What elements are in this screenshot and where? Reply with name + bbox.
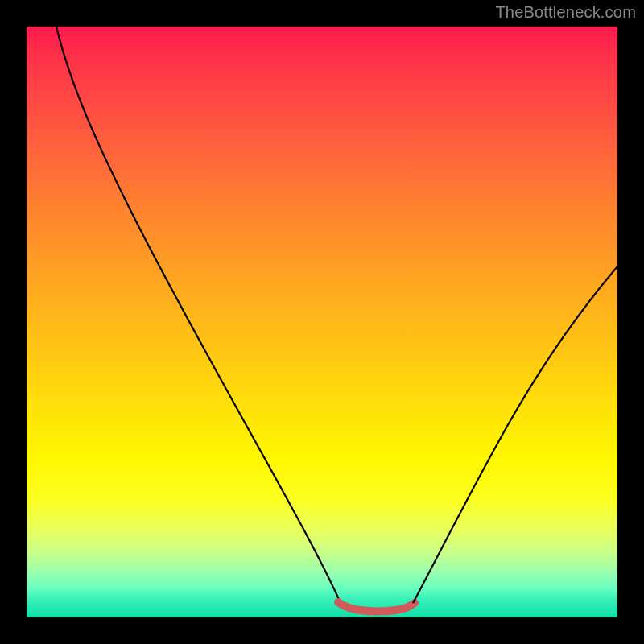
flat-segment xyxy=(338,602,415,612)
right-curve xyxy=(413,266,617,603)
curve-layer xyxy=(27,27,617,617)
plot-area xyxy=(27,27,617,617)
chart-frame: TheBottleneck.com xyxy=(0,0,644,644)
left-curve xyxy=(56,27,341,603)
watermark-text: TheBottleneck.com xyxy=(495,3,636,22)
